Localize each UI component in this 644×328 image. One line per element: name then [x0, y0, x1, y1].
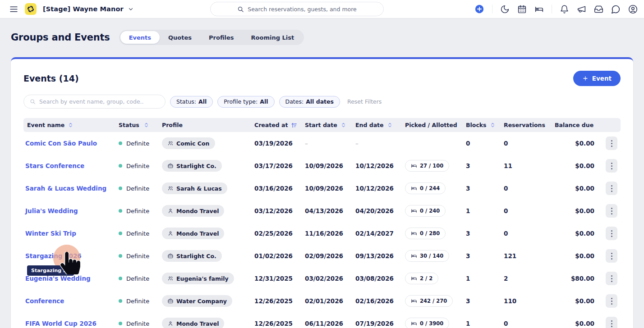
table-row: Comic Con São Paulo Definite Comic Con 0… [23, 132, 621, 155]
picked-allotted-value: 2 / 2 [420, 275, 432, 282]
profile-type-icon [167, 298, 174, 304]
account-button[interactable] [628, 5, 638, 14]
balance-due-value: $0.00 [553, 207, 601, 214]
page-head: Groups and Events EventsQuotesProfilesRo… [0, 27, 644, 48]
picked-allotted-chip: 242 / 270 [405, 295, 453, 307]
filter-pills: Status: All Profile type: All Dates: All… [170, 96, 340, 108]
row-actions-button[interactable] [606, 137, 617, 150]
chevron-down-icon [128, 6, 134, 12]
reset-filters-button[interactable]: Reset Filters [347, 98, 382, 105]
reservations-value: 0 [502, 140, 553, 147]
profile-chip: Mondo Travel [162, 318, 224, 328]
divider [492, 5, 492, 14]
column-header-blocks[interactable]: Blocks [464, 122, 502, 128]
table-header: Event nameStatusProfileCreated atStart d… [23, 118, 621, 132]
balance-due-value: $0.00 [553, 162, 601, 169]
table-row: Stargazing 2026 Definite Starlight Co. 0… [23, 245, 621, 267]
reservations-value: 110 [502, 297, 553, 305]
tab-profiles[interactable]: Profiles [200, 31, 243, 44]
chat-button[interactable] [611, 5, 621, 14]
column-header-status[interactable]: Status [117, 122, 160, 128]
status-cell: Definite [117, 275, 160, 282]
table-row: Eugenia's Wedding Definite Eugenia's fam… [23, 267, 621, 290]
quick-add-button[interactable] [474, 4, 484, 14]
events-panel: Events (14) Event Status: All Profile ty… [11, 57, 633, 328]
announcements-button[interactable] [577, 5, 586, 14]
global-search-input[interactable]: Search reservations, guests, and more [210, 2, 384, 16]
event-search-field[interactable] [23, 95, 166, 109]
row-actions-button[interactable] [606, 204, 617, 218]
balance-due-value: $0.00 [553, 140, 601, 147]
filter-status[interactable]: Status: All [170, 96, 213, 108]
status-label: Definite [126, 230, 149, 237]
row-actions-button[interactable] [606, 159, 617, 173]
profile-type-icon [167, 208, 174, 214]
start-date-value: – [303, 140, 354, 147]
divider [552, 5, 552, 14]
column-header-name[interactable]: Event name [23, 122, 117, 128]
profile-chip: Mondo Travel [162, 228, 224, 239]
notifications-button[interactable] [560, 5, 569, 14]
global-search-placeholder: Search reservations, guests, and more [248, 6, 357, 13]
event-name-link[interactable]: Comic Con São Paulo [25, 140, 97, 147]
event-name-link[interactable]: Stars Conference [25, 162, 84, 169]
reservations-value: 0 [502, 207, 553, 214]
picked-allotted-value: 30 / 140 [420, 253, 443, 259]
row-actions-button[interactable] [606, 294, 617, 308]
moon-icon [500, 5, 510, 14]
row-actions-button[interactable] [606, 227, 617, 240]
chat-icon [611, 5, 621, 14]
tab-quotes[interactable]: Quotes [160, 31, 200, 44]
event-name-link[interactable]: Eugenia's Wedding [25, 275, 91, 282]
profile-chip: Eugenia's family [162, 273, 234, 284]
row-actions-button[interactable] [606, 249, 617, 263]
profile-chip: Starlight Co. [162, 160, 222, 172]
created-at-value: 02/25/2026 [253, 230, 303, 237]
inbox-button[interactable] [594, 5, 603, 14]
start-date-value: 02/09/2026 [303, 252, 354, 260]
dark-mode-button[interactable] [500, 5, 510, 14]
housekeeping-button[interactable] [534, 5, 544, 14]
bed-icon [411, 275, 417, 282]
event-name-link[interactable]: Julia's Wedding [25, 207, 78, 214]
row-actions-button[interactable] [606, 272, 617, 285]
status-dot [119, 187, 122, 190]
end-date-value: 02/16/2026 [354, 297, 403, 305]
topbar: [Stage] Wayne Manor Search reservations,… [0, 0, 644, 18]
event-name-link[interactable]: FIFA World Cup 2026 [25, 320, 97, 327]
column-header-start[interactable]: Start date [303, 122, 354, 128]
event-name-link[interactable]: Winter Ski Trip [25, 230, 76, 237]
status-label: Definite [126, 140, 149, 147]
event-name-link[interactable]: Conference [25, 297, 64, 305]
bed-icon [411, 230, 417, 237]
status-dot [119, 322, 122, 325]
bed-icon [534, 5, 544, 14]
plus-icon [582, 75, 589, 82]
picked-allotted-chip: 27 / 100 [405, 160, 449, 172]
picked-allotted-value: 0 / 280 [420, 230, 440, 237]
app-logo[interactable] [25, 3, 37, 15]
status-cell: Definite [117, 298, 160, 305]
event-name-link[interactable]: Sarah & Lucas Wedding [25, 185, 106, 192]
property-switcher[interactable]: [Stage] Wayne Manor [43, 5, 134, 13]
calendar-button[interactable] [517, 5, 527, 14]
table-row: Sarah & Lucas Wedding Definite Sarah & L… [23, 177, 621, 200]
row-actions-button[interactable] [606, 317, 617, 328]
picked-allotted-value: 0 / 240 [420, 208, 440, 214]
hamburger-menu-icon[interactable] [9, 5, 18, 14]
created-at-value: 03/16/2026 [253, 185, 303, 192]
row-actions-button[interactable] [606, 182, 617, 195]
status-cell: Definite [117, 320, 160, 327]
filter-profile-type[interactable]: Profile type: All [217, 96, 274, 108]
event-search-input[interactable] [39, 98, 159, 105]
column-header-created[interactable]: Created at [253, 122, 303, 128]
balance-due-value: $0.00 [553, 297, 601, 305]
profile-name: Eugenia's family [176, 275, 229, 282]
tab-events[interactable]: Events [120, 31, 160, 44]
tab-rooming-list[interactable]: Rooming List [243, 31, 303, 44]
add-event-button[interactable]: Event [573, 71, 621, 86]
column-header-end[interactable]: End date [354, 122, 403, 128]
created-at-value: 03/12/2026 [253, 207, 303, 214]
filter-dates[interactable]: Dates: All dates [279, 96, 340, 108]
status-cell: Definite [117, 163, 160, 169]
